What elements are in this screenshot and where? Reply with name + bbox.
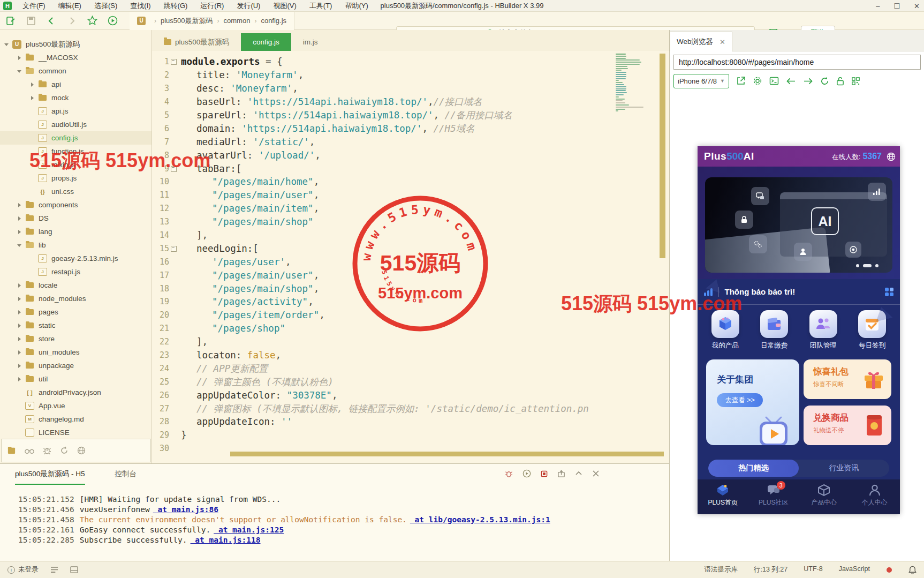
console-terminal-icon[interactable] (769, 76, 779, 86)
console-tab-plus500最新源码 - H5[interactable]: plus500最新源码 - H5 (15, 469, 85, 485)
console-run-icon[interactable] (522, 469, 531, 478)
content-tab-热门精选[interactable]: 热门精选 (708, 460, 799, 477)
stop-icon[interactable] (541, 470, 548, 477)
console-source-link[interactable]: at main.js:118 (191, 536, 261, 544)
language-globe-icon[interactable] (887, 152, 896, 161)
menu-查找(I)[interactable]: 查找(I) (124, 1, 157, 11)
forward-icon[interactable] (66, 16, 77, 26)
menu-选择(S)[interactable]: 选择(S) (88, 1, 124, 11)
tree-item-node_modules[interactable]: node_modules (0, 292, 152, 305)
tree-item-changelog.md[interactable]: Mchangelog.md (0, 412, 152, 426)
nav-forward-icon[interactable] (803, 77, 813, 85)
qr-code-icon[interactable] (851, 77, 860, 86)
console-source-link[interactable]: at main.js:86 (153, 505, 218, 514)
minimap[interactable] (616, 54, 660, 145)
code-lines[interactable]: 1module.exports = {2title: 'Moneyfarm',3… (152, 51, 669, 458)
breadcrumb-item[interactable]: config.js (261, 17, 286, 25)
tree-item-mixin.js[interactable]: Jmixin.js (0, 158, 152, 171)
menu-视图(V)[interactable]: 视图(V) (267, 1, 302, 11)
more-apps-icon[interactable] (885, 288, 893, 296)
tree-item-audioUtil.js[interactable]: JaudioUtil.js (0, 118, 152, 131)
device-selector[interactable]: iPhone 6/7/8▼ (673, 74, 729, 88)
open-external-icon[interactable] (736, 76, 746, 86)
tree-item-common[interactable]: common (0, 64, 152, 78)
new-file-icon[interactable] (5, 16, 16, 26)
nav-back-icon[interactable] (786, 77, 796, 85)
project-doc-icon[interactable] (7, 446, 16, 455)
settings-gear-icon[interactable] (753, 76, 762, 86)
editor-tab-config.js[interactable]: config.js (241, 33, 291, 51)
menu-工具(T)[interactable]: 工具(T) (303, 1, 339, 11)
unlock-icon[interactable] (836, 77, 844, 86)
list-icon[interactable] (50, 566, 58, 573)
favorite-star-icon[interactable] (87, 16, 97, 26)
bug-icon[interactable] (43, 446, 51, 455)
tree-item-api.js[interactable]: Japi.js (0, 104, 152, 118)
breadcrumb-item[interactable]: common (224, 17, 251, 25)
minimize-button[interactable]: – (876, 2, 880, 10)
address-bar[interactable]: http://localhost:8080/#/pages/main/home (673, 55, 921, 70)
maximize-button[interactable]: ☐ (893, 2, 900, 10)
quick-menu-团队管理[interactable]: 团队管理 (803, 310, 844, 355)
tree-item-util[interactable]: util (0, 372, 152, 386)
save-icon[interactable] (26, 16, 36, 26)
menu-编辑(E)[interactable]: 编辑(E) (52, 1, 88, 11)
console-source-link[interactable]: at main.js:125 (214, 526, 284, 534)
content-tab-行业资讯[interactable]: 行业资讯 (799, 460, 889, 477)
tree-item-lang[interactable]: lang (0, 225, 152, 238)
go-view-button[interactable]: 去查看 >> (717, 393, 763, 407)
debug-bug-icon[interactable] (505, 470, 513, 478)
export-log-icon[interactable] (557, 470, 565, 478)
tree-item-mock[interactable]: mock (0, 91, 152, 104)
bell-icon[interactable] (908, 566, 917, 574)
tree-item-lib[interactable]: lib (0, 238, 152, 252)
tree-item-config.js[interactable]: Jconfig.js (0, 131, 152, 145)
horizontal-scrollbar[interactable] (230, 452, 664, 456)
menu-跳转(G)[interactable]: 跳转(G) (157, 1, 194, 11)
tree-item-components[interactable]: components (0, 198, 152, 212)
gift-pack-card[interactable]: 惊喜礼包 惊喜不间断 (804, 359, 891, 399)
tree-item-store[interactable]: store (0, 332, 152, 346)
tree-item-androidPrivacy.json[interactable]: [ ]androidPrivacy.json (0, 386, 152, 399)
close-button[interactable]: ✕ (914, 2, 920, 10)
about-group-card[interactable]: 关于集团 去查看 >> (706, 359, 799, 445)
tree-item-locale[interactable]: locale (0, 279, 152, 292)
nav-产品中心[interactable]: 产品中心 (802, 484, 845, 514)
tree-item-api[interactable]: api (0, 78, 152, 91)
quick-menu-日常缴费[interactable]: 日常缴费 (754, 310, 794, 355)
statusbar-JavaScript[interactable]: JavaScript (839, 565, 870, 574)
tree-item-function.js[interactable]: Jfunction.js (0, 145, 152, 158)
editor-tab-im.js[interactable]: im.js (291, 33, 330, 51)
tree-item-uni.css[interactable]: {}uni.css (0, 185, 152, 198)
nav-个人中心[interactable]: 个人中心 (853, 484, 896, 514)
banner-pagination-dots[interactable] (856, 264, 878, 267)
reload-icon[interactable] (820, 77, 829, 86)
tree-item-uni_modules[interactable]: uni_modules (0, 346, 152, 359)
tree-item-DS[interactable]: DS (0, 212, 152, 225)
login-status[interactable]: i 未登录 (7, 565, 39, 574)
clear-log-icon[interactable] (592, 470, 600, 477)
nav-PLUS首页[interactable]: PLUS首页 (701, 484, 744, 514)
collapse-panel-icon[interactable] (575, 470, 582, 477)
console-tab-控制台[interactable]: 控制台 (115, 469, 137, 485)
browser-tab[interactable]: Web浏览器 ✕ (670, 32, 732, 51)
tree-item-pages[interactable]: pages (0, 305, 152, 319)
notice-bar[interactable]: Thông báo bảo trì! (698, 279, 900, 305)
tree-item-__MACOSX[interactable]: __MACOSX (0, 51, 152, 64)
statusbar-行:13 列:27[interactable]: 行:13 列:27 (754, 565, 787, 574)
quick-menu-我的产品[interactable]: 我的产品 (705, 310, 746, 355)
run-icon[interactable] (107, 16, 118, 26)
nav-PLUS社区[interactable]: PLUS社区3 (752, 484, 795, 514)
tab-close-icon[interactable]: ✕ (719, 38, 725, 46)
tree-item-plus500最新源码[interactable]: Uplus500最新源码 (0, 37, 152, 51)
editor-tab-plus500最新源码[interactable]: plus500最新源码 (152, 33, 241, 51)
refresh-icon[interactable] (60, 446, 69, 455)
tree-item-goeasy-2.5.13.min.js[interactable]: Jgoeasy-2.5.13.min.js (0, 252, 152, 265)
breadcrumb[interactable]: U › plus500最新源码›common›config.js (130, 12, 294, 30)
tree-item-static[interactable]: static (0, 319, 152, 332)
panel-layout-icon[interactable] (70, 566, 78, 573)
menu-帮助(Y)[interactable]: 帮助(Y) (338, 1, 374, 11)
menu-运行(R)[interactable]: 运行(R) (194, 1, 230, 11)
tree-item-unpackage[interactable]: unpackage (0, 359, 152, 372)
console-source-link[interactable]: at lib/goeasy-2.5.13.min.js:1 (410, 515, 550, 524)
